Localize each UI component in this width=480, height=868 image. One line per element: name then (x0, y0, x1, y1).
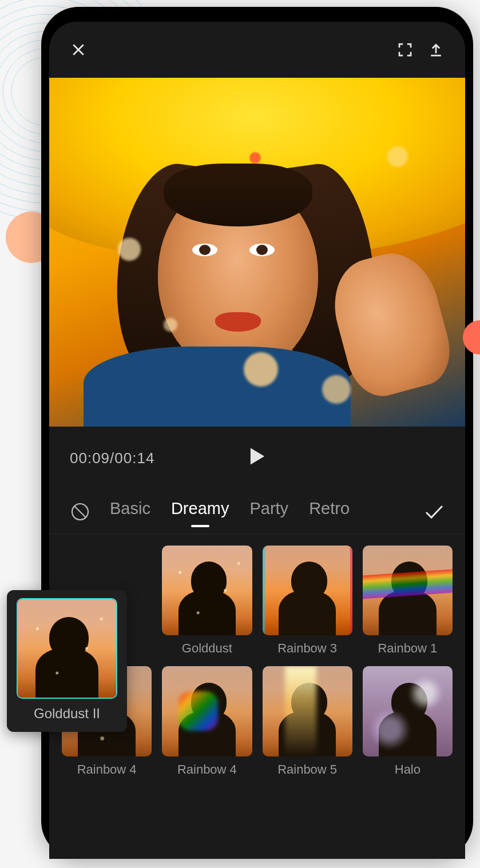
fullscreen-button[interactable] (390, 34, 421, 65)
selected-filter-thumbnail (17, 598, 117, 699)
confirm-button[interactable] (421, 504, 448, 520)
filter-label: Rainbow 4 (77, 762, 137, 777)
filter-label: Golddust (182, 641, 232, 656)
none-icon (70, 501, 90, 522)
filter-label: Rainbow 4 (177, 762, 237, 777)
filter-thumbnail (162, 666, 252, 756)
tab-dreamy[interactable]: Dreamy (171, 499, 229, 524)
selected-filter-card[interactable]: Golddust II (7, 590, 127, 732)
filter-golddust[interactable]: Golddust (162, 546, 252, 656)
play-icon (249, 447, 266, 466)
screen: 00:09/00:14 Basic Dreamy Party Retro (49, 22, 465, 859)
tab-party[interactable]: Party (249, 499, 288, 524)
filter-rainbow-3[interactable]: Rainbow 3 (263, 546, 352, 656)
export-button[interactable] (421, 34, 451, 65)
play-button[interactable] (249, 447, 266, 470)
filter-label: Rainbow 5 (277, 762, 337, 777)
filter-rainbow-5[interactable]: Rainbow 5 (263, 666, 352, 777)
filter-thumbnail (363, 666, 453, 756)
filter-thumbnail (263, 666, 352, 756)
filter-label: Halo (395, 762, 421, 777)
tab-retro[interactable]: Retro (309, 499, 350, 524)
top-bar (49, 22, 465, 78)
category-tabs: Basic Dreamy Party Retro (49, 489, 465, 534)
filter-thumbnail (162, 546, 252, 635)
close-icon (70, 41, 87, 58)
filter-rainbow-1[interactable]: Rainbow 1 (363, 546, 453, 656)
playback-bar: 00:09/00:14 (49, 427, 465, 489)
tabs-list: Basic Dreamy Party Retro (104, 499, 410, 524)
upload-icon (427, 41, 445, 58)
filter-thumbnail (263, 546, 352, 635)
selected-filter-label: Golddust II (34, 706, 100, 722)
filter-halo[interactable]: Halo (363, 666, 453, 777)
filter-label: Rainbow 1 (378, 641, 437, 656)
video-preview[interactable] (49, 78, 465, 427)
tab-basic[interactable]: Basic (110, 499, 150, 524)
time-display: 00:09/00:14 (70, 449, 154, 467)
check-icon (424, 504, 445, 520)
close-button[interactable] (63, 34, 94, 65)
filter-thumbnail (363, 546, 453, 635)
fullscreen-icon (396, 41, 414, 58)
filter-label: Rainbow 3 (277, 641, 337, 656)
no-filter-button[interactable] (66, 501, 94, 522)
filter-rainbow-4b[interactable]: Rainbow 4 (162, 666, 252, 777)
